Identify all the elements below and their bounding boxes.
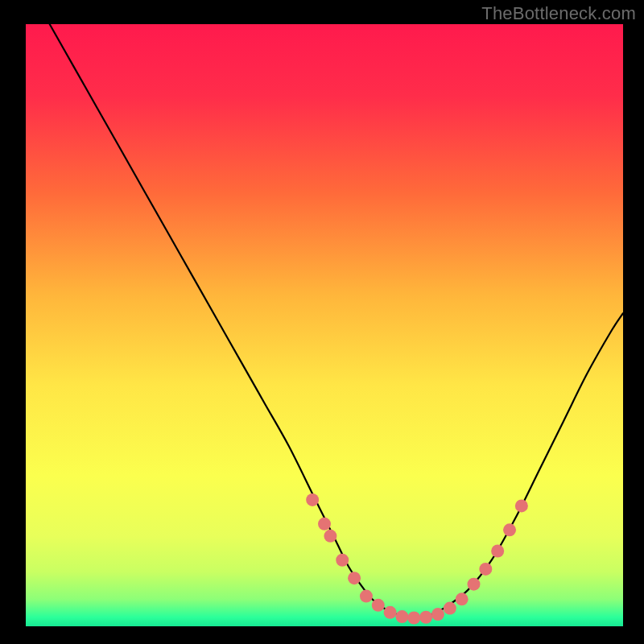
- bottleneck-chart: [0, 0, 644, 644]
- marker-point: [348, 572, 361, 584]
- marker-point: [395, 610, 408, 623]
- marker-point: [306, 493, 319, 506]
- marker-point: [491, 545, 504, 558]
- marker-point: [456, 592, 469, 605]
- marker-point: [324, 530, 336, 543]
- marker-point: [431, 608, 444, 621]
- marker-point: [360, 590, 373, 603]
- marker-point: [372, 599, 385, 612]
- chart-stage: TheBottleneck.com: [0, 0, 644, 644]
- marker-point: [503, 523, 516, 536]
- marker-point: [515, 499, 528, 512]
- marker-point: [336, 554, 349, 567]
- marker-point: [479, 563, 492, 576]
- marker-point: [384, 606, 397, 619]
- marker-point: [468, 578, 481, 591]
- marker-point: [318, 518, 331, 530]
- marker-point: [444, 602, 456, 615]
- marker-point: [419, 611, 432, 624]
- marker-point: [407, 612, 420, 625]
